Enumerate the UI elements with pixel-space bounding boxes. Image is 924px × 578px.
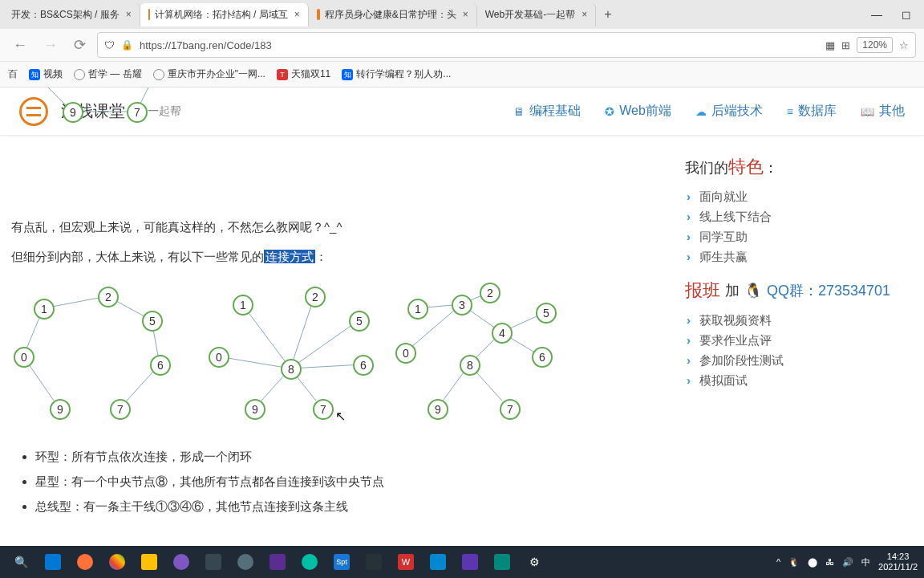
taskbar-app[interactable] xyxy=(424,549,452,575)
taskbar-app[interactable] xyxy=(199,549,228,575)
graph-node: 5 xyxy=(142,311,163,332)
back-button[interactable]: ← xyxy=(8,34,32,57)
tab-label: 开发：BS&CS架构 / 服务 xyxy=(11,8,120,22)
search-button[interactable]: 🔍 xyxy=(6,549,35,575)
bookmark-item[interactable]: 哲学 — 岳耀 xyxy=(74,67,142,81)
address-bar: ← → ⟳ 🛡 🔒 https://17bang.ren/Code/183 ▦ … xyxy=(0,29,924,61)
graph-node: 1 xyxy=(407,299,428,320)
reader-icon[interactable]: ▦ xyxy=(825,39,835,51)
page-content: 源栈课堂 ·一起帮 🖥编程基础 ✪Web前端 ☁后端技术 ≡数据库 📖其他 9 … xyxy=(0,88,924,521)
list-item[interactable]: 参加阶段性测试 xyxy=(685,351,908,371)
minimize-icon[interactable]: — xyxy=(871,8,882,21)
url-input[interactable]: 🛡 🔒 https://17bang.ren/Code/183 ▦ ⊞ 120%… xyxy=(97,32,916,58)
bookmark-star-icon[interactable]: ☆ xyxy=(899,39,909,51)
list-item[interactable]: 面向就业 xyxy=(685,187,908,207)
graph-node: 8 xyxy=(460,355,480,376)
tab-3[interactable]: Web开发基础-一起帮× xyxy=(477,3,596,26)
list-item[interactable]: 要求作业点评 xyxy=(685,331,908,351)
taskbar-app[interactable]: W xyxy=(391,549,420,575)
bookmark-item[interactable]: 重庆市开办企业"一网... xyxy=(153,67,265,81)
zoom-level[interactable]: 120% xyxy=(857,37,893,53)
taskbar-app[interactable] xyxy=(38,549,67,575)
list-item: 总线型：有一条主干线①③④⑥，其他节点连接到这条主线 xyxy=(35,495,667,517)
graph-node: 3 xyxy=(452,295,472,315)
svg-line-4 xyxy=(242,304,290,368)
list-item[interactable]: 模拟面试 xyxy=(685,371,908,391)
network-icon[interactable]: 🖧 xyxy=(825,557,834,567)
bookmark-item[interactable]: 百 xyxy=(8,67,18,81)
taskbar-app[interactable] xyxy=(231,549,260,575)
taskbar-app[interactable] xyxy=(263,549,292,575)
taskbar-app[interactable] xyxy=(456,549,484,575)
new-tab-button[interactable]: + xyxy=(596,4,619,25)
calculator-icon xyxy=(205,554,221,570)
graph-node: 6 xyxy=(150,355,171,376)
nav-programming[interactable]: 🖥编程基础 xyxy=(513,103,581,120)
paragraph: 有点乱，但宏观上来说，可能真这样的，不然怎么教网呢？^_^ xyxy=(11,216,667,238)
taskbar-app[interactable] xyxy=(71,549,99,575)
qq-group-link[interactable]: QQ群：273534701 xyxy=(767,281,890,300)
bookmark-item[interactable]: 知转行学编程？别人劝... xyxy=(342,67,451,81)
highlighted-text: 连接方式 xyxy=(264,250,315,263)
actions-list: 获取视频资料 要求作业点评 参加阶段性测试 模拟面试 xyxy=(685,311,908,391)
close-icon[interactable]: × xyxy=(582,9,587,20)
close-icon[interactable]: × xyxy=(126,9,132,20)
graph-edges xyxy=(24,136,265,192)
list-item[interactable]: 同学互助 xyxy=(685,227,908,247)
graph-edges xyxy=(393,280,634,401)
nav-other[interactable]: 📖其他 xyxy=(861,103,905,120)
clock[interactable]: 14:23 2021/11/2 xyxy=(878,552,918,572)
taskbar-app[interactable] xyxy=(103,549,132,575)
forward-button[interactable]: → xyxy=(38,34,63,57)
reload-button[interactable]: ⟳ xyxy=(69,33,91,57)
article: 9 7 有点乱，但宏观上来说，可能真这样的，不然怎么教网呢？^_^ 但细分到内部… xyxy=(3,136,675,521)
bookmark-item[interactable]: 知视频 xyxy=(29,67,63,81)
paragraph: 但细分到内部，大体上来说，有以下一些常见的连接方式： xyxy=(11,246,667,267)
taskbar-app[interactable] xyxy=(359,549,388,575)
qr-icon[interactable]: ⊞ xyxy=(841,39,850,51)
graph-node: 1 xyxy=(233,295,253,315)
taskbar-app[interactable]: Spt xyxy=(327,549,356,575)
graph-node: 0 xyxy=(209,347,229,368)
taskbar-app[interactable]: ⚙ xyxy=(520,549,549,575)
sidebar: 我们的特色： 面向就业 线上线下结合 同学互助 师生共赢 报班 加 🐧 QQ群：… xyxy=(675,136,924,521)
graph-node: 2 xyxy=(305,287,326,307)
wechat-icon xyxy=(302,554,318,570)
terminal-icon xyxy=(366,554,382,570)
maximize-icon[interactable]: ◻ xyxy=(902,8,911,21)
volume-icon[interactable]: 🔊 xyxy=(842,557,853,568)
close-icon[interactable]: × xyxy=(463,9,468,20)
lock-icon: 🔒 xyxy=(121,39,133,51)
favicon-icon xyxy=(317,9,320,20)
taskbar: 🔍 Spt W ⚙ ^ 🐧 ⬤ 🖧 🔊 中 14:23 2021/11/2 xyxy=(0,546,924,578)
graph-node: 0 xyxy=(395,343,416,364)
graph-node: 8 xyxy=(281,359,302,380)
tray-icon[interactable]: 🐧 xyxy=(788,557,800,568)
monitor-icon: 🖥 xyxy=(513,105,525,118)
shield-icon[interactable]: 🛡 xyxy=(104,39,115,51)
graph-node: 7 xyxy=(110,399,131,420)
tab-2[interactable]: 程序员身心健康&日常护理：头× xyxy=(309,3,477,26)
ime-indicator[interactable]: 中 xyxy=(861,556,870,568)
list-item[interactable]: 线上线下结合 xyxy=(685,207,908,227)
nav-database[interactable]: ≡数据库 xyxy=(787,103,837,120)
clock-date: 2021/11/2 xyxy=(878,562,918,572)
zhihu-icon: 知 xyxy=(29,69,40,80)
clock-time: 14:23 xyxy=(878,552,918,562)
tray-icon[interactable]: ⬤ xyxy=(808,557,817,568)
tab-1[interactable]: 计算机网络：拓扑结构 / 局域互× xyxy=(140,3,309,26)
compass-icon: ✪ xyxy=(605,105,614,118)
nav-web[interactable]: ✪Web前端 xyxy=(605,103,671,120)
tab-0[interactable]: 开发：BS&CS架构 / 服务× xyxy=(3,3,140,26)
close-icon[interactable]: × xyxy=(294,9,300,20)
taskbar-app[interactable] xyxy=(295,549,324,575)
zhihu-icon: 知 xyxy=(342,69,353,80)
bookmark-item[interactable]: T天猫双11 xyxy=(277,67,330,81)
taskbar-app[interactable] xyxy=(488,549,517,575)
nav-backend[interactable]: ☁后端技术 xyxy=(695,103,763,120)
list-item[interactable]: 获取视频资料 xyxy=(685,311,908,331)
chevron-up-icon[interactable]: ^ xyxy=(776,557,780,567)
taskbar-app[interactable] xyxy=(135,549,164,575)
taskbar-app[interactable] xyxy=(167,549,196,575)
list-item[interactable]: 师生共赢 xyxy=(685,247,908,267)
